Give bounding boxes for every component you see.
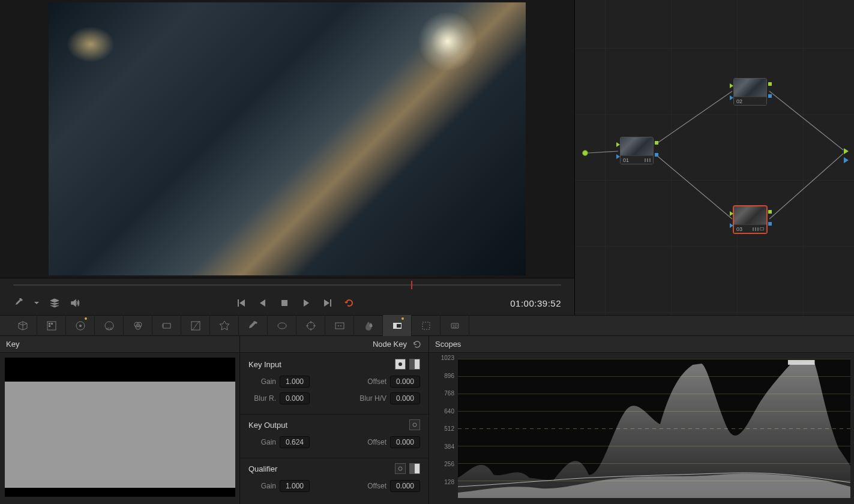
port-in-key[interactable] [730, 95, 733, 100]
svg-text:3D: 3D [452, 324, 457, 328]
key-panel-title: Key [6, 340, 19, 349]
palette-window[interactable] [268, 315, 296, 336]
scopes-title: Scopes [435, 340, 461, 349]
svg-rect-2 [49, 323, 50, 325]
svg-rect-4 [49, 325, 50, 327]
palette-rgb-mixer[interactable] [124, 315, 152, 336]
node-03[interactable]: 03 [733, 206, 767, 233]
svg-point-25 [413, 423, 416, 427]
palette-color-warper[interactable] [210, 315, 239, 336]
qualifier-title: Qualifier [248, 464, 277, 473]
palette-color-match[interactable] [37, 315, 66, 336]
port-out-rgb[interactable] [768, 82, 772, 86]
key-mode-label[interactable]: Node Key [373, 340, 407, 349]
svg-rect-20 [397, 324, 401, 328]
svg-point-18 [340, 325, 341, 326]
palette-key[interactable] [383, 315, 412, 336]
port-out-key[interactable] [768, 94, 772, 98]
node-label: 02 [736, 98, 742, 104]
picker-dropdown-icon[interactable] [34, 298, 40, 308]
node-output[interactable] [844, 148, 849, 154]
viewer-controls: 01:00:39:52 [0, 291, 574, 315]
scope-y-axis: 1023 896 768 640 512 384 256 128 [435, 358, 457, 499]
viewer-canvas[interactable] [0, 0, 574, 278]
key-input-gain[interactable] [280, 376, 310, 388]
palette-hdr-wheels[interactable]: HDR [95, 315, 124, 336]
node-thumbnail [734, 79, 766, 97]
picker-icon[interactable] [13, 298, 24, 308]
svg-rect-0 [281, 300, 287, 306]
gain-label: Gain [248, 438, 276, 446]
palette-qualifier[interactable] [239, 315, 268, 336]
palette-blur[interactable] [354, 315, 383, 336]
qualifier-mask-icon[interactable] [409, 463, 420, 474]
scrub-playhead[interactable] [411, 281, 412, 289]
key-input-title: Key Input [248, 360, 281, 369]
blur-hv-label: Blur H/V [354, 394, 386, 403]
port-in-rgb[interactable] [730, 211, 733, 216]
key-output-gain[interactable] [280, 436, 310, 448]
svg-point-6 [79, 325, 82, 327]
key-input-blur-r[interactable] [280, 392, 310, 404]
scope-waveform[interactable] [458, 359, 850, 498]
matte-invert-icon[interactable] [395, 359, 406, 370]
offset-label: Offset [359, 438, 386, 446]
next-clip-icon[interactable] [322, 298, 333, 308]
palette-camera-raw[interactable] [8, 315, 37, 336]
scopes-panel: Scopes 1023 896 768 640 512 384 256 128 [429, 336, 854, 504]
matte-mask-icon[interactable] [409, 359, 420, 370]
svg-point-26 [398, 467, 402, 470]
gain-label: Gain [248, 482, 276, 490]
viewer-scrubber[interactable] [0, 278, 574, 291]
key-preview-thumbnail [5, 358, 235, 497]
node-output-key[interactable] [844, 157, 849, 163]
play-icon[interactable] [301, 298, 311, 308]
qualifier-offset[interactable] [390, 480, 420, 492]
svg-rect-16 [335, 323, 344, 329]
node-source-input[interactable] [582, 150, 588, 156]
svg-rect-27 [788, 360, 815, 365]
port-in-rgb[interactable] [730, 83, 733, 88]
prev-clip-icon[interactable] [236, 298, 247, 308]
key-preview-panel: Key [0, 336, 240, 504]
node-label: 01 [623, 157, 629, 163]
key-input-offset[interactable] [390, 376, 420, 388]
node-01[interactable]: 01 [620, 137, 654, 164]
qualifier-gain[interactable] [280, 480, 310, 492]
port-out-key[interactable] [655, 153, 658, 157]
port-out-rgb[interactable] [655, 141, 658, 145]
key-output-offset[interactable] [390, 436, 420, 448]
play-reverse-icon[interactable] [257, 298, 268, 308]
svg-point-14 [278, 323, 286, 329]
qualifier-invert-icon[interactable] [395, 463, 406, 474]
node-graph[interactable]: 01 02 03 [575, 0, 854, 315]
palette-sizing[interactable] [412, 315, 441, 336]
svg-text:HDR: HDR [106, 327, 112, 331]
palette-3d[interactable]: 3D [441, 315, 469, 336]
blur-r-label: Blur R. [248, 394, 276, 403]
loop-icon[interactable] [344, 298, 355, 308]
palette-motion-effects[interactable] [152, 315, 181, 336]
reset-icon[interactable] [412, 339, 422, 350]
node-02[interactable]: 02 [733, 78, 767, 106]
mute-icon[interactable] [70, 298, 80, 308]
split-screen-icon[interactable] [49, 298, 60, 308]
gain-label: Gain [248, 377, 276, 386]
palette-magic-mask[interactable] [325, 315, 354, 336]
svg-rect-3 [51, 323, 53, 325]
key-input-blur-hv[interactable] [390, 392, 420, 404]
palette-color-wheels[interactable] [66, 315, 95, 336]
stop-icon[interactable] [279, 298, 290, 308]
port-out-rgb[interactable] [768, 210, 772, 214]
port-in-key[interactable] [730, 223, 733, 228]
svg-point-24 [398, 362, 402, 366]
svg-rect-12 [163, 323, 170, 328]
port-in-key[interactable] [616, 154, 620, 159]
scrub-track [13, 284, 561, 286]
output-invert-icon[interactable] [409, 419, 420, 430]
timecode-display[interactable]: 01:00:39:52 [510, 298, 561, 308]
palette-tracker[interactable] [296, 315, 325, 336]
palette-curves[interactable] [181, 315, 210, 336]
port-out-key[interactable] [768, 222, 772, 226]
port-in-rgb[interactable] [616, 142, 620, 147]
